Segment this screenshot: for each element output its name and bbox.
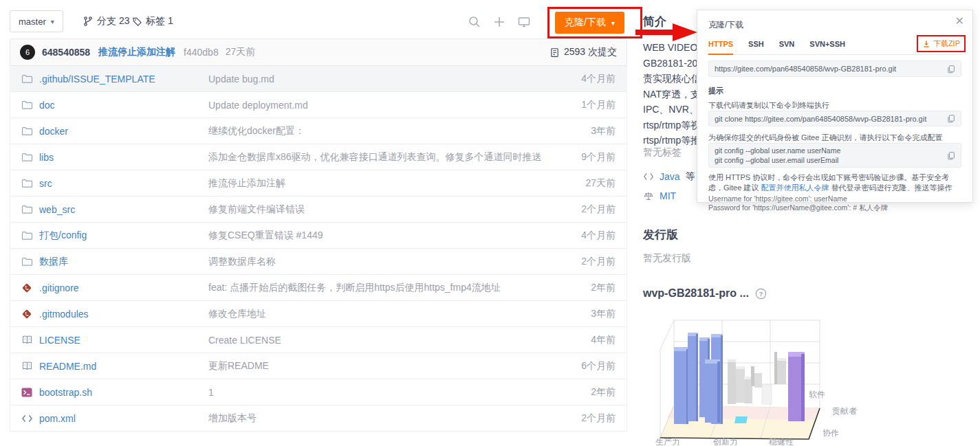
commit-message-link[interactable]: 增加版本号: [208, 412, 257, 425]
commit-message-link[interactable]: 推流停止添加注解: [98, 46, 175, 58]
annotation-arrow: [635, 22, 699, 43]
copy-icon[interactable]: [946, 65, 955, 74]
commit-message-link[interactable]: 继续优化docker配置：: [208, 125, 305, 137]
table-row[interactable]: .github/ISSUE_TEMPLATEUpdate bug.md4个月前: [10, 66, 627, 92]
commit-message-link[interactable]: 1: [208, 387, 214, 398]
commit-message-link[interactable]: 更新README: [208, 360, 269, 372]
license-link[interactable]: MIT: [660, 190, 676, 201]
commit-time: 4年前: [591, 334, 616, 346]
commit-message-link[interactable]: 修改仓库地址: [208, 308, 266, 320]
tab-svn[interactable]: SVN: [779, 38, 795, 55]
table-row[interactable]: bootstrap.sh12年前: [10, 379, 627, 405]
commit-message-link[interactable]: 添加金仓数据库x86驱动，优化兼容接口通道列表查询。修复多个通道同时推送: [208, 151, 542, 164]
git-icon: [21, 282, 33, 293]
table-row[interactable]: 数据库调整数据库名称2个月前: [10, 249, 627, 275]
table-row[interactable]: docUpdate deployment.md1个月前: [10, 92, 627, 118]
table-row[interactable]: README.md更新README6个月前: [10, 353, 627, 379]
file-name-link[interactable]: LICENSE: [39, 335, 80, 346]
copy-icon[interactable]: [946, 114, 955, 123]
file-name-link[interactable]: 数据库: [39, 256, 68, 268]
table-row[interactable]: docker继续优化docker配置：3年前: [10, 118, 627, 144]
search-icon[interactable]: [468, 15, 481, 29]
commit-time: 2年前: [591, 386, 616, 399]
file-name-link[interactable]: .github/ISSUE_TEMPLATE: [39, 74, 155, 85]
evaluation-widget-title: wvp-GB28181-pro ... ?: [643, 287, 767, 300]
chart-depth-label-collaboration: 协作: [823, 428, 839, 438]
git-config-commands-text: git config --global user.name userNamegi…: [715, 146, 946, 165]
close-icon[interactable]: ✕: [955, 16, 964, 27]
download-zip-label: 下载ZIP: [933, 38, 960, 49]
commit-message-link[interactable]: feat: 点播开始后的截图任务，判断启用https后使用https_fmp4流…: [208, 282, 501, 294]
help-icon[interactable]: ?: [755, 288, 767, 300]
file-name-link[interactable]: doc: [39, 100, 55, 111]
clone-download-label: 克隆/下载: [565, 16, 606, 29]
book-icon: [21, 334, 33, 346]
avatar[interactable]: 6: [20, 45, 35, 60]
commit-message-link[interactable]: 修复CSEQ重置错误 #1449: [208, 230, 323, 242]
no-tags-label: 暂无标签: [643, 146, 682, 159]
code-icon: [21, 412, 33, 424]
code-lang-icon: [643, 172, 654, 181]
commit-message-link[interactable]: Update bug.md: [208, 74, 274, 85]
file-name-link[interactable]: README.md: [39, 361, 96, 372]
file-name-link[interactable]: .gitmodules: [39, 309, 89, 320]
commit-author-link[interactable]: 648540858: [42, 47, 90, 58]
table-row[interactable]: 打包/config修复CSEQ重置错误 #14494个月前: [10, 223, 627, 249]
commit-time: 3年前: [591, 125, 616, 137]
chart-depth-label-software: 软件: [809, 390, 825, 399]
table-row[interactable]: web_src修复前端文件编译错误2个月前: [10, 197, 627, 223]
table-row[interactable]: .gitmodules修改仓库地址3年前: [10, 301, 627, 327]
commit-message-link[interactable]: 推流停止添加注解: [208, 177, 285, 190]
file-name-link[interactable]: pom.xml: [39, 413, 76, 424]
language-suffix: 等: [686, 170, 695, 183]
tags-label: 标签 1: [146, 15, 173, 27]
commit-time: 2个月前: [581, 203, 616, 216]
file-name-link[interactable]: docker: [39, 126, 68, 137]
file-name-link[interactable]: libs: [39, 152, 54, 163]
language-link[interactable]: Java: [660, 171, 680, 182]
table-row[interactable]: .gitignorefeat: 点播开始后的截图任务，判断启用https后使用h…: [10, 275, 627, 301]
file-table: .github/ISSUE_TEMPLATEUpdate bug.md4个月前d…: [10, 66, 627, 432]
file-name-link[interactable]: .gitignore: [39, 282, 79, 293]
folder-icon: [21, 73, 33, 85]
git-config-commands[interactable]: git config --global user.name userNamegi…: [708, 143, 961, 168]
private-token-link[interactable]: 配置并使用私人令牌: [761, 183, 829, 192]
folder-icon: [21, 203, 33, 215]
file-name-link[interactable]: bootstrap.sh: [39, 387, 92, 398]
chevron-down-icon: ▾: [51, 18, 54, 25]
clone-download-button[interactable]: 克隆/下载 ▾: [555, 12, 624, 34]
plus-icon[interactable]: [492, 15, 506, 29]
tab-ssh[interactable]: SSH: [748, 38, 764, 55]
commit-message-link[interactable]: Update deployment.md: [208, 100, 308, 111]
commit-message-link[interactable]: 调整数据库名称: [208, 256, 276, 268]
latest-commit-bar: 6 648540858 推流停止添加注解 f440db8 27天前 2593 次…: [10, 38, 627, 66]
git-clone-command[interactable]: git clone https://gitee.com/pan648540858…: [708, 111, 961, 126]
tab-svn-ssh[interactable]: SVN+SSH: [809, 38, 845, 55]
download-zip-button[interactable]: 下载ZIP: [919, 37, 963, 50]
monitor-icon[interactable]: [517, 15, 531, 29]
commit-message-link[interactable]: 修复前端文件编译错误: [208, 203, 305, 216]
git-clone-command-text: git clone https://gitee.com/pan648540858…: [715, 115, 946, 123]
file-name-link[interactable]: 打包/config: [39, 230, 87, 242]
table-row[interactable]: libs添加金仓数据库x86驱动，优化兼容接口通道列表查询。修复多个通道同时推送…: [10, 144, 627, 170]
copy-icon[interactable]: [946, 151, 955, 160]
branches-link[interactable]: 分支 23: [83, 15, 129, 27]
table-row[interactable]: src推流停止添加注解27天前: [10, 170, 627, 197]
clone-url-field[interactable]: https://gitee.com/pan648540858/wvp-GB281…: [708, 60, 961, 77]
tags-link[interactable]: 标签 1: [132, 15, 173, 27]
chart-x-label-innovation: 创新力: [712, 437, 738, 445]
file-name-link[interactable]: src: [39, 178, 52, 189]
folder-icon: [21, 256, 33, 267]
git-icon: [21, 308, 33, 320]
commits-count-link[interactable]: 2593 次提交: [549, 46, 617, 58]
table-row[interactable]: pom.xml增加版本号2个月前: [10, 405, 627, 432]
license-scales-icon: [643, 191, 654, 201]
repo-toolbar: master ▾ 分支 23 标签 1: [10, 10, 627, 37]
file-name-link[interactable]: web_src: [39, 204, 75, 215]
table-row[interactable]: LICENSECreate LICENSE4年前: [10, 327, 627, 353]
credential-password-line: Password for 'https://userName@gitee.com…: [708, 203, 888, 213]
branch-selector[interactable]: master ▾: [10, 10, 63, 32]
releases-title: 发行版: [643, 227, 678, 243]
tab-https[interactable]: HTTPS: [708, 38, 733, 55]
commit-message-link[interactable]: Create LICENSE: [208, 335, 281, 346]
